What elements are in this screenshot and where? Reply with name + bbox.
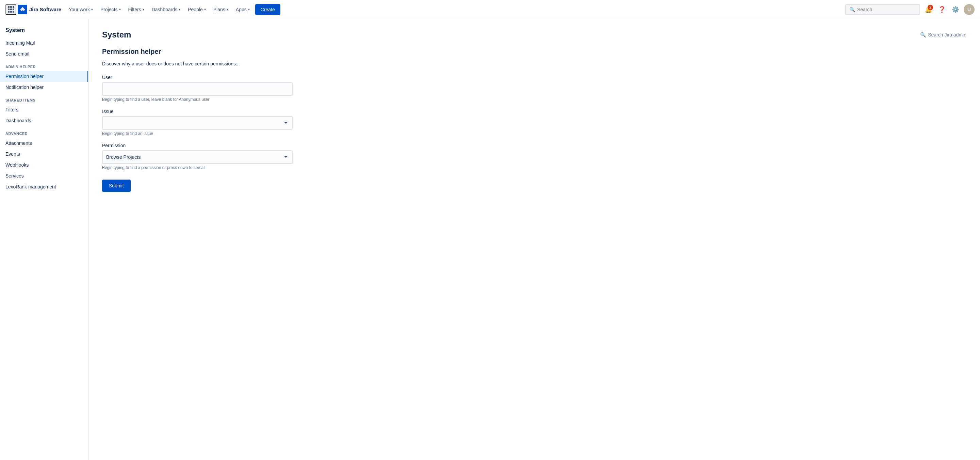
search-input[interactable] — [857, 7, 916, 12]
permission-label: Permission — [102, 143, 293, 148]
chevron-down-icon: ▾ — [248, 8, 250, 11]
issue-label: Issue — [102, 109, 293, 114]
grid-icon — [8, 6, 14, 13]
user-hint: Begin typing to find a user, leave blank… — [102, 97, 293, 102]
user-form-group: User Begin typing to find a user, leave … — [102, 75, 293, 102]
sidebar-item-attachments[interactable]: Attachments — [0, 138, 88, 149]
sidebar-section-shared-items: Shared Items — [0, 93, 88, 104]
sidebar-top-title: System — [0, 24, 88, 37]
avatar[interactable]: U — [964, 4, 975, 15]
nav-people[interactable]: People ▾ — [185, 4, 209, 15]
app-switcher-button[interactable] — [5, 4, 16, 15]
nav-filters[interactable]: Filters ▾ — [125, 4, 148, 15]
submit-button[interactable]: Submit — [102, 180, 130, 192]
main-content: System 🔍 Search Jira admin Permission he… — [89, 19, 980, 460]
search-admin-icon: 🔍 — [920, 32, 926, 37]
chevron-down-icon: ▾ — [91, 8, 93, 11]
sidebar-item-services[interactable]: Services — [0, 170, 88, 181]
sidebar-item-events[interactable]: Events — [0, 149, 88, 160]
page-wrapper: System Incoming Mail Send email Admin He… — [0, 19, 980, 460]
search-jira-admin-link[interactable]: 🔍 Search Jira admin — [920, 32, 966, 37]
main-header: System 🔍 Search Jira admin — [102, 30, 966, 40]
nav-your-work[interactable]: Your work ▾ — [65, 4, 96, 15]
nav-plans[interactable]: Plans ▾ — [210, 4, 232, 15]
sidebar-item-incoming-mail[interactable]: Incoming Mail — [0, 37, 88, 48]
sidebar-item-send-email[interactable]: Send email — [0, 48, 88, 59]
settings-button[interactable]: ⚙️ — [950, 4, 961, 15]
user-label: User — [102, 75, 293, 80]
topnav-right: 🔍 🔔 2 ❓ ⚙️ U — [845, 4, 975, 15]
jira-logo-icon — [18, 5, 27, 14]
sidebar-item-lexorank[interactable]: LexoRank management — [0, 181, 88, 192]
create-button[interactable]: Create — [255, 4, 280, 15]
description-text: Discover why a user does or does not hav… — [102, 61, 966, 66]
nav-dashboards[interactable]: Dashboards ▾ — [148, 4, 184, 15]
sidebar-item-webhooks[interactable]: WebHooks — [0, 160, 88, 170]
chevron-down-icon: ▾ — [119, 8, 121, 11]
help-icon: ❓ — [938, 6, 946, 13]
sidebar-section-admin-helper: Admin Helper — [0, 59, 88, 71]
nav-items: Your work ▾ Projects ▾ Filters ▾ Dashboa… — [65, 4, 844, 15]
gear-icon: ⚙️ — [952, 6, 959, 13]
notification-badge: 2 — [928, 5, 933, 10]
page-title: System — [102, 30, 131, 40]
sidebar-item-notification-helper[interactable]: Notification helper — [0, 82, 88, 93]
sidebar-section-advanced: Advanced — [0, 126, 88, 138]
permission-hint: Begin typing to find a permission or pre… — [102, 165, 293, 170]
nav-projects[interactable]: Projects ▾ — [97, 4, 124, 15]
sidebar: System Incoming Mail Send email Admin He… — [0, 19, 89, 460]
issue-select[interactable] — [102, 116, 293, 130]
chevron-down-icon: ▾ — [179, 8, 180, 11]
notifications-button[interactable]: 🔔 2 — [923, 4, 934, 15]
sidebar-item-dashboards[interactable]: Dashboards — [0, 115, 88, 126]
chevron-down-icon: ▾ — [143, 8, 144, 11]
permission-form-group: Permission Browse ProjectsCreate IssuesE… — [102, 143, 293, 170]
issue-form-group: Issue Begin typing to find an issue — [102, 109, 293, 136]
search-icon: 🔍 — [850, 7, 855, 12]
section-title: Permission helper — [102, 48, 966, 56]
user-input[interactable] — [102, 82, 293, 96]
chevron-down-icon: ▾ — [227, 8, 228, 11]
help-button[interactable]: ❓ — [937, 4, 947, 15]
nav-apps[interactable]: Apps ▾ — [232, 4, 253, 15]
chevron-down-icon: ▾ — [204, 8, 206, 11]
avatar-initials: U — [967, 7, 971, 12]
logo-link[interactable]: Jira Software — [18, 5, 61, 14]
sidebar-item-permission-helper[interactable]: Permission helper — [0, 71, 88, 82]
sidebar-item-filters[interactable]: Filters — [0, 104, 88, 115]
logo-text: Jira Software — [29, 6, 61, 12]
top-navigation: Jira Software Your work ▾ Projects ▾ Fil… — [0, 0, 980, 19]
search-box[interactable]: 🔍 — [845, 4, 920, 15]
issue-hint: Begin typing to find an issue — [102, 131, 293, 136]
permission-select[interactable]: Browse ProjectsCreate IssuesEdit IssuesD… — [102, 150, 293, 164]
